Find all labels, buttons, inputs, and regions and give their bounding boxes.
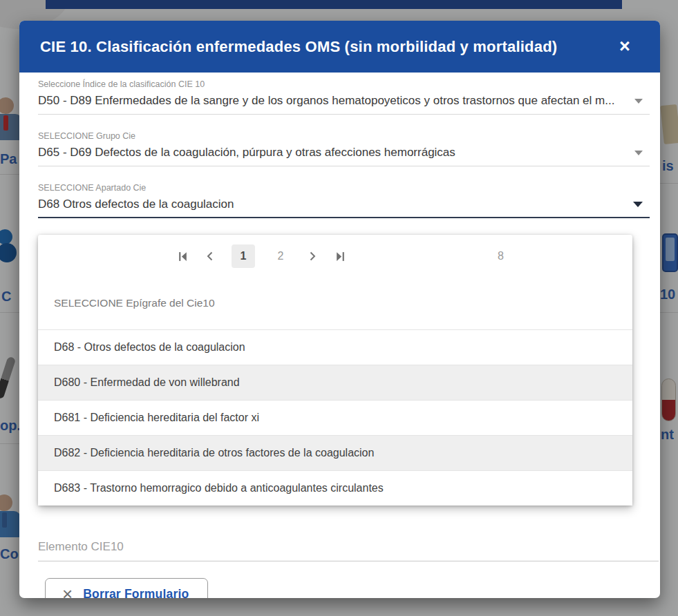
first-page-button[interactable] [176, 250, 189, 262]
clear-form-button-label: Borrar Formulario [83, 587, 189, 599]
epigrafe-dropdown-panel: 1 2 8 SELECCIONE Epígrafe del Cie10 D68 … [38, 235, 632, 506]
indice-select[interactable]: D50 - D89 Enfermedades de la sangre y de… [38, 93, 650, 115]
skip-last-icon [335, 251, 346, 262]
chevron-down-icon [634, 99, 643, 104]
pagination: 1 2 8 [38, 235, 632, 271]
dialog-title: CIE 10. Clasificación enfermedades OMS (… [40, 38, 613, 56]
field-apartado-label: SELECCIONE Apartado Cie [38, 183, 650, 193]
chevron-right-icon [307, 251, 318, 262]
elemento-cie10-input[interactable] [38, 537, 659, 561]
indice-select-value: D50 - D89 Enfermedades de la sangre y de… [38, 94, 634, 108]
chevron-left-icon [205, 251, 216, 262]
grupo-select[interactable]: D65 - D69 Defectos de la coagulación, pú… [38, 144, 650, 166]
field-grupo-label: SELECCIONE Grupo Cie [38, 131, 650, 141]
chevron-down-icon [633, 202, 643, 207]
page-button-current[interactable]: 1 [232, 244, 255, 268]
total-pages: 8 [498, 250, 504, 262]
field-grupo: SELECCIONE Grupo Cie D65 - D69 Defectos … [38, 131, 650, 166]
clear-form-button[interactable]: × Borrar Formulario [45, 578, 208, 598]
field-indice: Seleccione Índice de la clasificación CI… [38, 79, 650, 115]
close-icon[interactable]: × [613, 35, 637, 59]
last-page-button[interactable] [334, 250, 346, 262]
field-indice-label: Seleccione Índice de la clasificación CI… [38, 79, 650, 89]
clear-x-icon: × [62, 585, 73, 598]
cie10-dialog: CIE 10. Clasificación enfermedades OMS (… [19, 21, 660, 598]
page-button-2[interactable]: 2 [270, 250, 291, 262]
grupo-select-value: D65 - D69 Defectos de la coagulación, pú… [38, 146, 634, 160]
apartado-select-value: D68 Otros defectos de la coagulacion [38, 198, 633, 211]
list-item[interactable]: D681 - Deficiencia hereditaria del facto… [38, 400, 632, 435]
list-item[interactable]: D68 - Otros defectos de la coagulacion [38, 329, 632, 365]
field-elemento [38, 537, 659, 561]
next-page-button[interactable] [306, 250, 319, 262]
field-apartado: SELECCIONE Apartado Cie D68 Otros defect… [38, 183, 650, 218]
list-item[interactable]: D682 - Deficiencia hereditaria de otros … [38, 435, 632, 470]
apartado-select[interactable]: D68 Otros defectos de la coagulacion [38, 196, 650, 218]
dialog-body: Seleccione Índice de la clasificación CI… [19, 73, 660, 598]
chevron-down-icon [634, 151, 643, 155]
previous-page-button[interactable] [204, 250, 216, 262]
list-item[interactable]: D680 - Enfermedad de von willebrand [38, 365, 632, 400]
dialog-header: CIE 10. Clasificación enfermedades OMS (… [19, 21, 660, 73]
skip-first-icon [177, 251, 189, 262]
list-item[interactable]: D683 - Trastorno hemorragico debido a an… [38, 470, 632, 506]
epigrafe-list-header: SELECCIONE Epígrafe del Cie10 [38, 271, 632, 329]
